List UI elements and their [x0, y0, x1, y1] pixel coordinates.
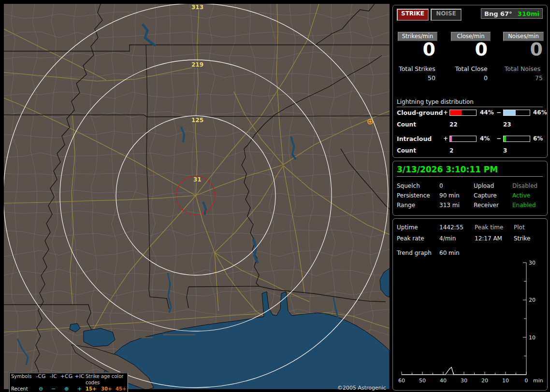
- intracloud-neg-bar: [503, 136, 530, 142]
- strikes-per-min-value: 0: [398, 40, 435, 58]
- total-close-value: 0: [450, 74, 488, 82]
- intracloud-neg-count: 3: [503, 147, 507, 154]
- cloud-ground-neg-bar: [503, 110, 530, 116]
- upload-label: Upload: [474, 182, 494, 189]
- intracloud-pos-count: 2: [449, 147, 453, 154]
- svg-text:50: 50: [419, 378, 426, 384]
- svg-text:60: 60: [398, 378, 405, 384]
- legend-col-pos-ic: +IC: [73, 373, 86, 386]
- circle-plus-icon: ⊕: [59, 386, 73, 392]
- trend-graph-label: Trend graph: [397, 250, 432, 256]
- noise-mode-button[interactable]: NOISE: [431, 9, 462, 21]
- peak-rate-value: 4/min: [439, 235, 456, 242]
- plus-sign: +: [443, 109, 448, 116]
- plus-icon: +: [73, 386, 86, 392]
- age-code-45: 45+: [116, 386, 129, 392]
- noises-per-min-value: 0: [505, 40, 543, 58]
- svg-text:min: min: [533, 378, 543, 384]
- svg-text:30: 30: [529, 260, 536, 266]
- total-strikes-value: 50: [398, 74, 435, 82]
- svg-text:0: 0: [525, 378, 528, 384]
- barrier-island: [125, 337, 153, 338]
- range-label: Range: [397, 202, 415, 209]
- legend-recent-row: Recent ⊖ − ⊕ + 15+ 30+ 45+: [10, 386, 127, 392]
- svg-text:10: 10: [502, 378, 509, 384]
- svg-text:30: 30: [461, 378, 467, 384]
- cloud-ground-neg-pct: 46%: [533, 109, 547, 116]
- peak-rate-label: Peak rate: [397, 235, 424, 242]
- distribution-title: Lightning type distribution: [397, 98, 543, 107]
- minus-sign: −: [496, 109, 501, 116]
- legend-symbols-header: Symbols: [11, 373, 34, 386]
- nexstorm-app-window: 313 219 125 31 Symbols -CG -IC +CG +IC S…: [0, 0, 550, 392]
- strike-counters-panel: STRIKE NOISE Bng 67° 310mi Strikes/min C…: [392, 5, 548, 158]
- svg-text:20: 20: [529, 297, 536, 303]
- bearing-range-value: 310mi: [518, 10, 539, 17]
- upload-status: Disabled: [512, 182, 537, 189]
- legend-recent-label: Recent: [11, 386, 34, 392]
- strike-symbol-pos-cg-icon: [368, 119, 373, 124]
- barrier-island: [163, 334, 195, 335]
- intracloud-neg-pct: 6%: [533, 135, 543, 142]
- bearing-readout: Bng 67° 310mi: [481, 8, 543, 19]
- uptime-value: 1442:55: [439, 224, 463, 231]
- lightning-map[interactable]: 313 219 125 31 Symbols -CG -IC +CG +IC S…: [4, 4, 390, 389]
- plot-value: Strike: [514, 235, 531, 242]
- legend-col-pos-cg: +CG: [59, 373, 73, 386]
- cloud-ground-pos-bar: [449, 110, 477, 116]
- ring-label-313: 313: [191, 4, 203, 11]
- peak-time-header: Peak time: [475, 224, 503, 231]
- strike-rate-trend-chart: 1020300102030405060min: [393, 260, 546, 388]
- legend-col-neg-cg: -CG: [34, 373, 47, 386]
- map-canvas: 313 219 125 31: [4, 4, 390, 389]
- persistence-label: Persistence: [397, 192, 430, 199]
- age-code-30: 30+: [101, 386, 116, 392]
- squelch-value: 0: [439, 182, 443, 189]
- legend-col-neg-ic: -IC: [47, 373, 59, 386]
- count-label: Count: [397, 121, 416, 128]
- minus-sign: −: [496, 135, 501, 142]
- svg-text:40: 40: [440, 378, 447, 384]
- receiver-status: Enabled: [512, 202, 536, 209]
- age-code-15: 15+: [86, 386, 101, 392]
- map-legend: Symbols -CG -IC +CG +IC Strike age color…: [9, 372, 128, 392]
- receiver-label: Receiver: [474, 202, 499, 209]
- ring-label-31: 31: [193, 176, 202, 183]
- ring-label-219: 219: [191, 61, 203, 68]
- minus-icon: −: [47, 386, 59, 392]
- intracloud-pos-pct: 4%: [480, 135, 490, 142]
- plus-sign: +: [443, 135, 448, 142]
- cloud-ground-pos-pct: 44%: [480, 109, 494, 116]
- peak-time-value: 12:17 AM: [475, 235, 502, 242]
- bearing-value: Bng 67°: [484, 10, 512, 17]
- datetime-display: 3/13/2026 3:10:11 PM: [397, 165, 543, 177]
- circle-minus-icon: ⊖: [34, 386, 47, 392]
- total-close-label: Total Close: [448, 65, 494, 72]
- trend-graph-value: 60 min: [439, 250, 460, 256]
- count-label: Count: [397, 147, 416, 154]
- cloud-ground-pos-count: 22: [449, 121, 458, 128]
- capture-label: Capture: [474, 192, 497, 199]
- close-per-min-value: 0: [450, 40, 488, 58]
- cloud-ground-label: Cloud-ground: [397, 109, 443, 116]
- range-value: 313 mi: [439, 202, 460, 209]
- uptime-trend-panel: Uptime 1442:55 Peak time Plot Peak rate …: [392, 218, 548, 391]
- intracloud-pos-bar: [449, 136, 477, 142]
- squelch-label: Squelch: [397, 182, 420, 189]
- svg-text:20: 20: [481, 378, 488, 384]
- total-noises-value: 75: [505, 74, 543, 82]
- strike-mode-button[interactable]: STRIKE: [397, 9, 429, 21]
- total-strikes-label: Total Strikes: [394, 65, 440, 72]
- legend-header-row: Symbols -CG -IC +CG +IC Strike age color…: [10, 373, 127, 386]
- persistence-value: 90 min: [439, 192, 460, 199]
- ring-label-125: 125: [191, 117, 203, 124]
- status-panel: 3/13/2026 3:10:11 PM Squelch 0 Upload Di…: [392, 161, 548, 216]
- copyright-text: ©2005 Astrogenic Systems: [337, 385, 390, 392]
- total-noises-label: Total Noises: [498, 65, 547, 72]
- svg-text:10: 10: [529, 335, 536, 341]
- plot-header: Plot: [514, 224, 525, 231]
- cloud-ground-neg-count: 23: [503, 121, 511, 128]
- legend-age-header: Strike age color codes: [86, 373, 129, 386]
- intracloud-label: Intracloud: [397, 135, 432, 142]
- capture-status: Active: [512, 192, 530, 199]
